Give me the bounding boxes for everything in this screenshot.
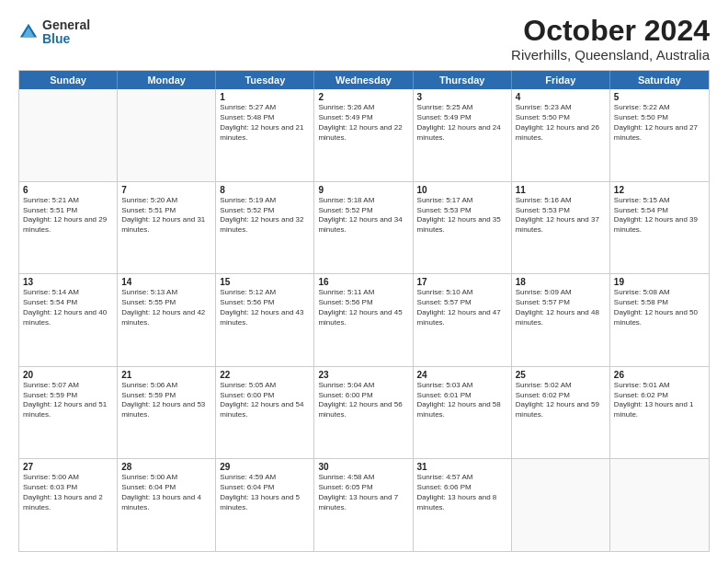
day-info: Sunrise: 5:25 AM Sunset: 5:49 PM Dayligh… <box>417 103 507 143</box>
day-info: Sunrise: 5:18 AM Sunset: 5:52 PM Dayligh… <box>318 196 408 236</box>
day-cell-21: 21Sunrise: 5:06 AM Sunset: 5:59 PM Dayli… <box>118 367 216 459</box>
empty-cell-4-6 <box>610 459 709 551</box>
day-info: Sunrise: 5:27 AM Sunset: 5:48 PM Dayligh… <box>220 103 310 143</box>
day-number: 30 <box>318 462 408 472</box>
day-info: Sunrise: 4:59 AM Sunset: 6:04 PM Dayligh… <box>220 473 310 512</box>
day-number: 25 <box>516 370 606 380</box>
header-day-friday: Friday <box>512 71 610 89</box>
day-cell-14: 14Sunrise: 5:13 AM Sunset: 5:55 PM Dayli… <box>118 274 216 366</box>
logo-text: General Blue <box>42 18 90 47</box>
day-cell-9: 9Sunrise: 5:18 AM Sunset: 5:52 PM Daylig… <box>314 182 413 274</box>
day-cell-17: 17Sunrise: 5:10 AM Sunset: 5:57 PM Dayli… <box>414 274 512 366</box>
day-info: Sunrise: 5:23 AM Sunset: 5:50 PM Dayligh… <box>516 103 606 143</box>
day-cell-11: 11Sunrise: 5:16 AM Sunset: 5:53 PM Dayli… <box>512 182 610 274</box>
day-info: Sunrise: 5:14 AM Sunset: 5:54 PM Dayligh… <box>23 288 113 327</box>
logo-blue: Blue <box>42 32 90 46</box>
day-info: Sunrise: 5:16 AM Sunset: 5:53 PM Dayligh… <box>516 196 606 236</box>
calendar-row-2: 13Sunrise: 5:14 AM Sunset: 5:54 PM Dayli… <box>19 274 709 367</box>
day-number: 17 <box>417 277 507 287</box>
day-cell-31: 31Sunrise: 4:57 AM Sunset: 6:06 PM Dayli… <box>414 459 512 551</box>
day-cell-6: 6Sunrise: 5:21 AM Sunset: 5:51 PM Daylig… <box>19 182 118 274</box>
day-cell-12: 12Sunrise: 5:15 AM Sunset: 5:54 PM Dayli… <box>610 182 709 274</box>
day-info: Sunrise: 5:08 AM Sunset: 5:58 PM Dayligh… <box>614 288 705 327</box>
day-cell-7: 7Sunrise: 5:20 AM Sunset: 5:51 PM Daylig… <box>118 182 216 274</box>
day-number: 19 <box>614 277 705 287</box>
empty-cell-0-1 <box>118 89 216 181</box>
day-info: Sunrise: 4:57 AM Sunset: 6:06 PM Dayligh… <box>417 473 507 512</box>
day-cell-15: 15Sunrise: 5:12 AM Sunset: 5:56 PM Dayli… <box>216 274 314 366</box>
day-cell-10: 10Sunrise: 5:17 AM Sunset: 5:53 PM Dayli… <box>414 182 512 274</box>
day-cell-23: 23Sunrise: 5:04 AM Sunset: 6:00 PM Dayli… <box>314 367 413 459</box>
day-cell-25: 25Sunrise: 5:02 AM Sunset: 6:02 PM Dayli… <box>512 367 610 459</box>
day-cell-16: 16Sunrise: 5:11 AM Sunset: 5:56 PM Dayli… <box>314 274 413 366</box>
day-info: Sunrise: 5:26 AM Sunset: 5:49 PM Dayligh… <box>318 103 408 143</box>
location: Riverhills, Queensland, Australia <box>511 47 710 63</box>
day-number: 22 <box>220 370 310 380</box>
day-cell-13: 13Sunrise: 5:14 AM Sunset: 5:54 PM Dayli… <box>19 274 118 366</box>
day-info: Sunrise: 5:20 AM Sunset: 5:51 PM Dayligh… <box>121 196 211 236</box>
day-cell-5: 5Sunrise: 5:22 AM Sunset: 5:50 PM Daylig… <box>610 89 709 181</box>
day-cell-4: 4Sunrise: 5:23 AM Sunset: 5:50 PM Daylig… <box>512 89 610 181</box>
day-number: 8 <box>220 185 310 195</box>
day-number: 11 <box>516 185 606 195</box>
day-number: 5 <box>614 92 705 102</box>
day-number: 27 <box>23 462 113 472</box>
day-info: Sunrise: 5:15 AM Sunset: 5:54 PM Dayligh… <box>614 196 705 236</box>
day-number: 10 <box>417 185 507 195</box>
day-number: 21 <box>121 370 211 380</box>
day-info: Sunrise: 5:12 AM Sunset: 5:56 PM Dayligh… <box>220 288 310 327</box>
logo-icon <box>18 22 39 42</box>
header-day-tuesday: Tuesday <box>216 71 314 89</box>
day-info: Sunrise: 5:22 AM Sunset: 5:50 PM Dayligh… <box>614 103 705 143</box>
logo-general: General <box>42 18 90 32</box>
calendar-row-3: 20Sunrise: 5:07 AM Sunset: 5:59 PM Dayli… <box>19 367 709 460</box>
day-info: Sunrise: 5:05 AM Sunset: 6:00 PM Dayligh… <box>220 381 310 420</box>
logo: General Blue <box>18 18 90 47</box>
day-info: Sunrise: 5:17 AM Sunset: 5:53 PM Dayligh… <box>417 196 507 236</box>
day-number: 15 <box>220 277 310 287</box>
day-cell-18: 18Sunrise: 5:09 AM Sunset: 5:57 PM Dayli… <box>512 274 610 366</box>
day-number: 7 <box>121 185 211 195</box>
day-cell-30: 30Sunrise: 4:58 AM Sunset: 6:05 PM Dayli… <box>314 459 413 551</box>
day-info: Sunrise: 5:10 AM Sunset: 5:57 PM Dayligh… <box>417 288 507 327</box>
header-day-sunday: Sunday <box>19 71 118 89</box>
day-cell-3: 3Sunrise: 5:25 AM Sunset: 5:49 PM Daylig… <box>414 89 512 181</box>
calendar-row-0: 1Sunrise: 5:27 AM Sunset: 5:48 PM Daylig… <box>19 89 709 182</box>
day-info: Sunrise: 5:02 AM Sunset: 6:02 PM Dayligh… <box>516 381 606 420</box>
day-number: 16 <box>318 277 408 287</box>
day-info: Sunrise: 5:21 AM Sunset: 5:51 PM Dayligh… <box>23 196 113 236</box>
day-number: 18 <box>516 277 606 287</box>
day-cell-24: 24Sunrise: 5:03 AM Sunset: 6:01 PM Dayli… <box>414 367 512 459</box>
header: General Blue October 2024 Riverhills, Qu… <box>18 15 710 63</box>
month-title: October 2024 <box>511 15 710 47</box>
empty-cell-4-5 <box>512 459 610 551</box>
day-info: Sunrise: 5:04 AM Sunset: 6:00 PM Dayligh… <box>318 381 408 420</box>
day-number: 12 <box>614 185 705 195</box>
header-day-saturday: Saturday <box>610 71 709 89</box>
title-block: October 2024 Riverhills, Queensland, Aus… <box>511 15 710 63</box>
day-info: Sunrise: 4:58 AM Sunset: 6:05 PM Dayligh… <box>318 473 408 512</box>
day-info: Sunrise: 5:00 AM Sunset: 6:04 PM Dayligh… <box>121 473 211 512</box>
day-cell-26: 26Sunrise: 5:01 AM Sunset: 6:02 PM Dayli… <box>610 367 709 459</box>
calendar-row-1: 6Sunrise: 5:21 AM Sunset: 5:51 PM Daylig… <box>19 182 709 275</box>
calendar-body: 1Sunrise: 5:27 AM Sunset: 5:48 PM Daylig… <box>19 89 709 551</box>
day-info: Sunrise: 5:06 AM Sunset: 5:59 PM Dayligh… <box>121 381 211 420</box>
day-cell-2: 2Sunrise: 5:26 AM Sunset: 5:49 PM Daylig… <box>314 89 413 181</box>
day-info: Sunrise: 5:13 AM Sunset: 5:55 PM Dayligh… <box>121 288 211 327</box>
day-cell-1: 1Sunrise: 5:27 AM Sunset: 5:48 PM Daylig… <box>216 89 314 181</box>
day-number: 1 <box>220 92 310 102</box>
day-info: Sunrise: 5:00 AM Sunset: 6:03 PM Dayligh… <box>23 473 113 512</box>
day-number: 26 <box>614 370 705 380</box>
header-day-thursday: Thursday <box>414 71 512 89</box>
day-number: 28 <box>121 462 211 472</box>
header-day-monday: Monday <box>118 71 216 89</box>
header-day-wednesday: Wednesday <box>314 71 413 89</box>
day-number: 24 <box>417 370 507 380</box>
day-cell-19: 19Sunrise: 5:08 AM Sunset: 5:58 PM Dayli… <box>610 274 709 366</box>
day-number: 23 <box>318 370 408 380</box>
page: General Blue October 2024 Riverhills, Qu… <box>0 0 728 563</box>
day-number: 29 <box>220 462 310 472</box>
day-cell-29: 29Sunrise: 4:59 AM Sunset: 6:04 PM Dayli… <box>216 459 314 551</box>
day-cell-22: 22Sunrise: 5:05 AM Sunset: 6:00 PM Dayli… <box>216 367 314 459</box>
day-info: Sunrise: 5:07 AM Sunset: 5:59 PM Dayligh… <box>23 381 113 420</box>
